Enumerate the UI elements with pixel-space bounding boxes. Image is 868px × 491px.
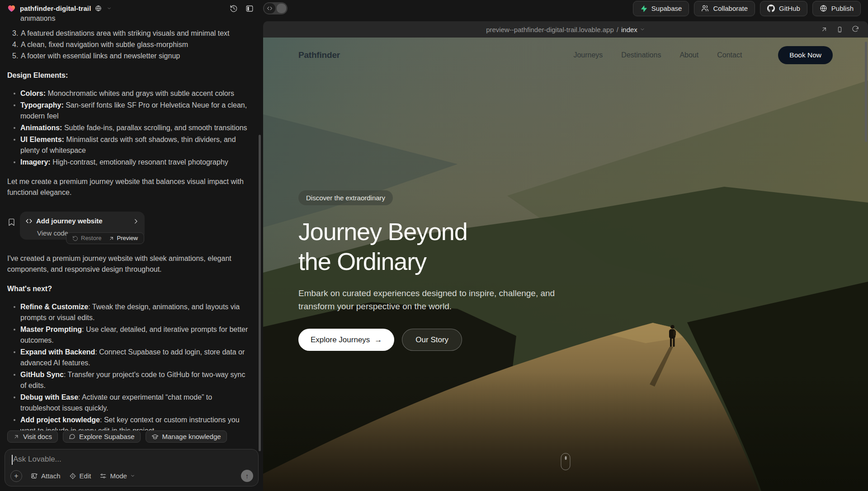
site-scrollbar[interactable] xyxy=(865,42,867,142)
collaborate-label: Collaborate xyxy=(713,5,748,12)
restore-button[interactable]: Restore xyxy=(72,233,102,244)
chat-input[interactable] xyxy=(11,455,252,464)
preview-url[interactable]: preview--pathfinder-digital-trail.lovabl… xyxy=(486,26,614,33)
explore-journeys-button[interactable]: Explore Journeys → xyxy=(298,329,394,351)
publish-button[interactable]: Publish xyxy=(812,1,861,16)
history-icon[interactable] xyxy=(230,5,238,13)
restore-preview-pill: Restore Preview xyxy=(66,232,144,244)
users-icon xyxy=(701,5,709,12)
scroll-wheel-dot xyxy=(565,456,566,460)
chat-panel: animations 3.A featured destinations are… xyxy=(0,17,263,491)
github-icon xyxy=(767,5,775,12)
hero-subtext: Embark on curated experiences designed t… xyxy=(298,287,570,313)
scroll-mouse-indicator xyxy=(561,453,571,470)
preview-panel: preview--pathfinder-digital-trail.lovabl… xyxy=(263,21,868,491)
tool-call-block: Add journey website View code Restore Pr… xyxy=(7,207,250,245)
preview-url-bar: preview--pathfinder-digital-trail.lovabl… xyxy=(263,21,868,38)
chat-bubble-icon xyxy=(69,433,75,440)
code-view-toggle[interactable] xyxy=(263,2,288,14)
chat-message-area: animations 3.A featured destinations are… xyxy=(0,17,263,430)
whats-next-heading: What's next? xyxy=(7,285,52,293)
chat-paragraph: I've created a premium journey website w… xyxy=(7,253,250,275)
list-item: GitHub Sync: Transfer your project's cod… xyxy=(7,369,250,391)
chat-paragraph: Let me create a premium journey website … xyxy=(7,176,250,198)
toggle-knob xyxy=(277,4,286,13)
our-story-button[interactable]: Our Story xyxy=(402,329,462,351)
add-button[interactable]: + xyxy=(10,470,22,482)
site-nav-bar: Pathfinder Journeys Destinations About C… xyxy=(263,38,868,73)
edit-button[interactable]: Edit xyxy=(69,472,91,480)
nav-link-journeys[interactable]: Journeys xyxy=(573,51,603,59)
app-header: pathfinder-digital-trail Supabase xyxy=(0,0,868,17)
public-globe-icon xyxy=(95,5,102,12)
design-elements-list: Colors: Monochromatic whites and grays w… xyxy=(7,88,250,168)
supabase-button[interactable]: Supabase xyxy=(633,1,689,16)
list-item: Debug with Ease: Activate our experiment… xyxy=(7,392,250,414)
arrow-up-right-icon xyxy=(13,434,19,440)
refresh-icon[interactable] xyxy=(852,26,859,33)
panel-left-icon[interactable] xyxy=(245,5,254,13)
list-item: 4.A clean, fixed navigation with subtle … xyxy=(12,39,250,50)
nav-link-contact[interactable]: Contact xyxy=(717,51,742,59)
hero-heading: Journey Beyond the Ordinary xyxy=(298,217,597,276)
mobile-view-icon[interactable] xyxy=(836,26,843,33)
site-logo[interactable]: Pathfinder xyxy=(298,50,340,60)
lovable-heart-logo xyxy=(7,4,16,13)
publish-label: Publish xyxy=(831,5,854,12)
github-label: GitHub xyxy=(779,5,800,12)
chat-clipped-line: animations xyxy=(7,17,250,24)
send-button[interactable]: ↑ xyxy=(241,470,253,482)
list-item: 3.A featured destinations area with stri… xyxy=(12,28,250,39)
project-name: pathfinder-digital-trail xyxy=(20,5,91,12)
list-item: Add project knowledge: Set key context o… xyxy=(7,415,250,430)
text-cursor xyxy=(12,455,13,465)
hero-section: Discover the extraordinary Journey Beyon… xyxy=(298,190,597,351)
collaborate-button[interactable]: Collaborate xyxy=(694,1,755,16)
list-item: 5.A footer with essential links and news… xyxy=(12,51,250,61)
quick-actions-row: Visit docs Explore Supabase Manage knowl… xyxy=(0,430,263,443)
list-item: UI Elements: Minimalist cards with soft … xyxy=(7,134,250,156)
visit-docs-button[interactable]: Visit docs xyxy=(7,430,58,443)
preview-page-selector[interactable]: index xyxy=(621,26,637,33)
list-item: Expand with Backend: Connect Supabase to… xyxy=(7,347,250,368)
github-button[interactable]: GitHub xyxy=(760,1,807,16)
explore-supabase-button[interactable]: Explore Supabase xyxy=(63,430,141,443)
next-steps-list: Refine & Customize: Tweak the design, an… xyxy=(7,302,250,430)
nav-link-about[interactable]: About xyxy=(679,51,698,59)
supabase-bolt-icon xyxy=(640,5,647,12)
preview-button[interactable]: Preview xyxy=(108,233,138,244)
list-item: Animations: Subtle fade-ins, parallax sc… xyxy=(7,123,250,133)
list-item: Colors: Monochromatic whites and grays w… xyxy=(7,88,250,99)
chat-scrollbar[interactable] xyxy=(259,135,261,451)
list-item: Imagery: High-contrast, emotionally reso… xyxy=(7,157,250,168)
hero-badge: Discover the extraordinary xyxy=(298,190,393,205)
chevron-down-icon xyxy=(107,6,112,11)
publish-globe-icon xyxy=(820,5,827,12)
chevron-down-icon xyxy=(640,27,645,32)
attach-button[interactable]: Attach xyxy=(31,472,61,480)
chat-composer: + Attach Edit Mode ↑ xyxy=(5,449,259,486)
code-icon xyxy=(25,217,33,225)
site-viewport: Pathfinder Journeys Destinations About C… xyxy=(263,38,868,491)
graduation-cap-icon xyxy=(151,433,159,440)
chevron-down-icon xyxy=(130,473,135,478)
list-item: Refine & Customize: Tweak the design, an… xyxy=(7,302,250,323)
book-now-button[interactable]: Book Now xyxy=(778,46,833,64)
arrow-right-icon: → xyxy=(374,335,382,345)
design-elements-heading: Design Elements: xyxy=(7,71,68,79)
arrow-up-right-icon xyxy=(108,236,114,241)
restore-icon xyxy=(72,236,78,241)
mode-selector[interactable]: Mode xyxy=(99,472,135,480)
bookmark-icon[interactable] xyxy=(7,218,16,227)
list-item: Typography: San-serif fonts like SF Pro … xyxy=(7,100,250,122)
supabase-label: Supabase xyxy=(651,5,682,12)
chevron-right-icon xyxy=(132,218,139,225)
list-item: Master Prompting: Use clear, detailed, a… xyxy=(7,324,250,346)
numbered-list: 3.A featured destinations area with stri… xyxy=(12,28,250,61)
project-menu[interactable]: pathfinder-digital-trail xyxy=(7,4,112,13)
nav-link-destinations[interactable]: Destinations xyxy=(621,51,661,59)
open-external-icon[interactable] xyxy=(821,26,828,33)
manage-knowledge-button[interactable]: Manage knowledge xyxy=(146,430,227,443)
focus-target-icon xyxy=(69,472,76,480)
sliders-icon xyxy=(99,472,107,480)
